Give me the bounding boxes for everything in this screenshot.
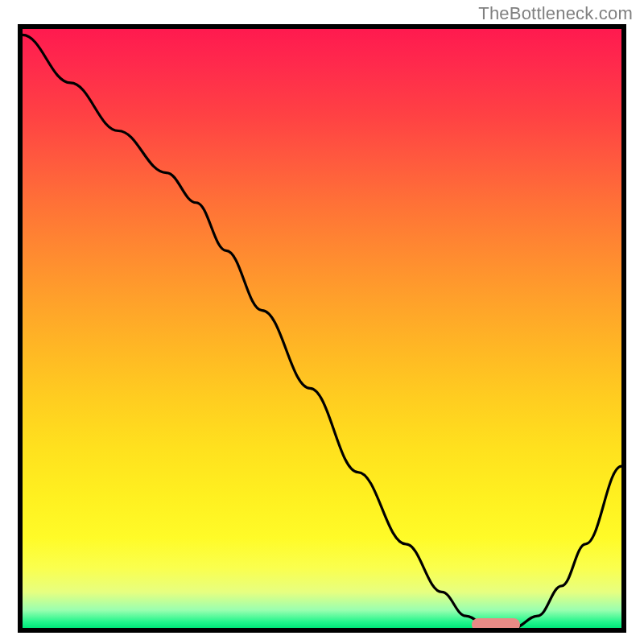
curve-layer bbox=[23, 29, 621, 628]
watermark-text: TheBottleneck.com bbox=[478, 3, 633, 24]
plot-area bbox=[18, 24, 626, 633]
optimum-marker bbox=[472, 618, 520, 631]
bottleneck-curve bbox=[23, 35, 621, 628]
chart-container: TheBottleneck.com bbox=[0, 0, 644, 644]
